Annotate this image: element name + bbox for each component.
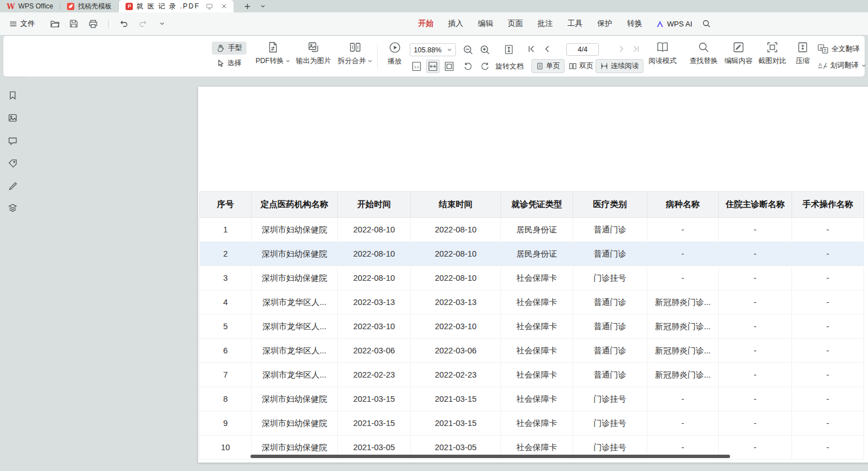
ribbon-tab-home[interactable]: 开始 xyxy=(413,16,439,31)
screenshot-compare-label: 截图对比 xyxy=(758,56,786,66)
comment-icon[interactable] xyxy=(7,136,17,146)
zoom-out-button[interactable] xyxy=(463,44,473,55)
tab-wps-home-label: WPS Office xyxy=(19,2,53,10)
svg-text:A: A xyxy=(820,46,822,51)
tab-document[interactable]: P 就 医 记 录 .PDF xyxy=(119,0,234,12)
print-button[interactable] xyxy=(87,17,99,30)
table-row[interactable]: 7深圳市龙华区人...2022-02-232022-02-23社会保障卡普通门诊… xyxy=(200,363,864,387)
column-header: 定点医药机构名称 xyxy=(252,192,338,218)
ribbon-tab-edit[interactable]: 编辑 xyxy=(472,16,499,31)
hand-tool-button[interactable]: 手型 xyxy=(212,42,247,55)
ribbon-tab-tools[interactable]: 工具 xyxy=(562,16,588,31)
table-cell: 深圳市龙华区人... xyxy=(252,315,338,339)
table-cell: 2022-08-10 xyxy=(411,266,501,290)
undo-history-chevron-icon[interactable] xyxy=(156,17,168,30)
fit-window-button[interactable] xyxy=(503,44,514,55)
table-row[interactable]: 4深圳市龙华区人...2022-03-132022-03-13社会保障卡普通门诊… xyxy=(200,290,864,315)
fit-page-button[interactable] xyxy=(444,61,455,72)
table-row[interactable]: 1深圳市妇幼保健院2022-08-102022-08-10居民身份证普通门诊--… xyxy=(200,218,864,242)
table-row[interactable]: 8深圳市妇幼保健院2021-03-152021-03-15社会保障卡门诊挂号--… xyxy=(200,387,864,411)
table-row[interactable]: 3深圳市妇幼保健院2022-08-102022-08-10社会保障卡门诊挂号--… xyxy=(200,266,864,290)
chevron-down-icon xyxy=(285,59,290,64)
read-mode-icon xyxy=(656,41,669,53)
horizontal-scrollbar-thumb[interactable] xyxy=(250,455,730,458)
single-page-label: 单页 xyxy=(546,61,560,71)
export-image-button[interactable]: 输出为图片 xyxy=(293,41,334,66)
open-file-button[interactable] xyxy=(48,17,61,30)
rotate-doc-label[interactable]: 旋转文档 xyxy=(495,62,524,71)
ribbon-tab-comment[interactable]: 批注 xyxy=(532,16,558,31)
layers-icon[interactable] xyxy=(7,203,17,213)
screenshot-compare-button[interactable]: 截图对比 xyxy=(755,41,789,66)
table-row[interactable]: 9深圳市妇幼保健院2021-03-152021-03-15社会保障卡门诊挂号--… xyxy=(200,411,864,436)
compress-label: 压缩 xyxy=(796,56,810,66)
table-cell: 新冠肺炎门诊... xyxy=(647,339,719,363)
zoom-in-button[interactable] xyxy=(480,44,490,55)
previous-page-button[interactable] xyxy=(543,44,552,53)
pdf-convert-button[interactable]: PDF转换 xyxy=(254,41,292,66)
table-cell: 10 xyxy=(200,436,252,460)
last-page-button[interactable] xyxy=(632,44,641,53)
table-cell: 社会保障卡 xyxy=(501,266,573,290)
rotate-right-button[interactable] xyxy=(480,60,490,71)
table-cell: 2022-03-13 xyxy=(338,290,411,315)
ribbon-tab-insert[interactable]: 插入 xyxy=(442,16,469,31)
page-number-input[interactable]: 4/4 xyxy=(566,43,599,56)
table-cell: 普通门诊 xyxy=(573,290,647,315)
table-cell: 6 xyxy=(200,339,252,363)
table-cell: 2022-08-10 xyxy=(411,242,501,266)
fit-width-button[interactable] xyxy=(426,60,440,73)
window-tab-bar: W WPS Office 找稿壳模板 P 就 医 记 录 .PDF xyxy=(0,0,868,12)
single-page-button[interactable]: 单页 xyxy=(531,59,565,73)
save-button[interactable] xyxy=(68,17,80,30)
monitor-icon[interactable] xyxy=(203,3,216,10)
page-thumbnails-icon[interactable] xyxy=(7,113,17,123)
word-translate-button[interactable]: A 划词翻译 xyxy=(817,61,866,70)
table-cell: 深圳市龙华区人... xyxy=(252,290,338,315)
pdf-convert-label: PDF转换 xyxy=(256,56,284,66)
zoom-level-select[interactable]: 105.88% xyxy=(410,43,456,56)
next-page-button[interactable] xyxy=(617,44,626,53)
signature-pen-icon[interactable] xyxy=(7,180,17,190)
actual-size-button[interactable]: 1:1 xyxy=(411,61,422,72)
annotation-tag-icon[interactable] xyxy=(7,158,17,168)
table-row[interactable]: 5深圳市龙华区人...2022-03-102022-03-10社会保障卡普通门诊… xyxy=(200,315,864,339)
compress-button[interactable]: 压缩 xyxy=(790,41,815,66)
table-cell: 2022-03-10 xyxy=(338,315,411,339)
table-row[interactable]: 2深圳市妇幼保健院2022-08-102022-08-10居民身份证普通门诊--… xyxy=(200,242,864,266)
tab-list-chevron-icon[interactable] xyxy=(258,3,268,9)
column-header: 序号 xyxy=(200,192,252,218)
play-button[interactable]: 播放 xyxy=(382,41,408,66)
undo-button[interactable] xyxy=(118,17,130,30)
edit-content-button[interactable]: 编辑内容 xyxy=(722,41,755,66)
tab-wps-home[interactable]: W WPS Office xyxy=(0,0,60,12)
new-tab-button[interactable] xyxy=(241,3,253,10)
rotate-left-button[interactable] xyxy=(463,60,473,71)
select-tool-button[interactable]: 选择 xyxy=(212,57,247,70)
table-cell: 深圳市龙华区人... xyxy=(252,339,338,363)
table-cell: 5 xyxy=(200,315,252,339)
find-replace-button[interactable]: 查找替换 xyxy=(687,41,721,66)
ribbon-tab-wps-ai[interactable]: WPS AI xyxy=(651,17,697,30)
file-menu-button[interactable]: 文件 xyxy=(6,16,38,31)
tab-docer[interactable]: 找稿壳模板 xyxy=(60,0,118,12)
bookmark-icon[interactable] xyxy=(7,90,17,100)
table-row[interactable]: 6深圳市龙华区人...2022-03-062022-03-06社会保障卡普通门诊… xyxy=(200,339,864,363)
ribbon-tab-page[interactable]: 页面 xyxy=(502,16,529,31)
read-mode-button[interactable]: 阅读模式 xyxy=(646,41,679,66)
continuous-read-button[interactable]: 连续阅读 xyxy=(596,59,643,73)
search-icon[interactable] xyxy=(700,17,713,30)
table-cell: 2022-02-23 xyxy=(411,363,501,387)
redo-button[interactable] xyxy=(137,17,149,30)
full-translate-button[interactable]: A文 全文翻译 xyxy=(817,44,860,54)
ribbon-tab-convert[interactable]: 转换 xyxy=(621,16,648,31)
ribbon-tab-protect[interactable]: 保护 xyxy=(592,16,618,31)
first-page-button[interactable] xyxy=(527,44,536,53)
column-header: 手术操作名称 xyxy=(792,192,864,218)
play-icon xyxy=(388,41,401,54)
chevron-down-icon xyxy=(368,59,373,64)
column-header: 医疗类别 xyxy=(573,192,647,218)
table-cell: 2022-03-06 xyxy=(338,339,411,363)
split-merge-button[interactable]: 拆分合并 xyxy=(335,41,375,66)
close-tab-icon[interactable] xyxy=(219,3,229,9)
